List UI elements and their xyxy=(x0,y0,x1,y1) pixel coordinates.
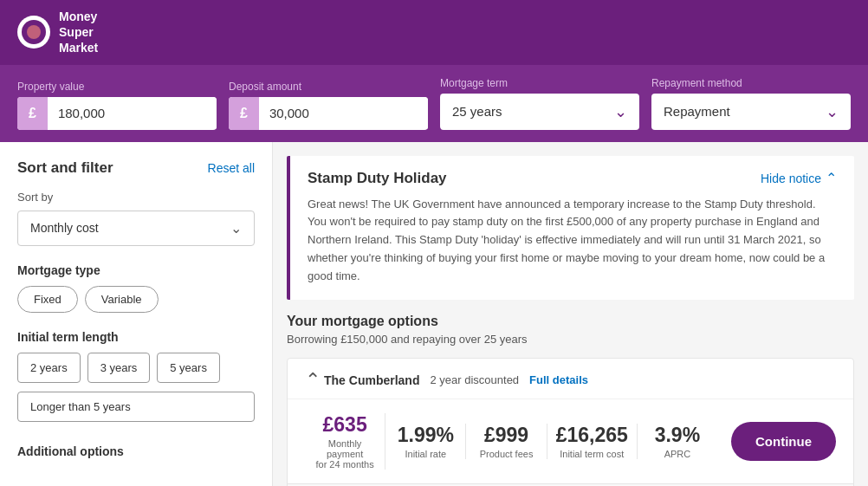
monthly-payment-sub: for 24 months xyxy=(314,459,376,470)
mortgage-term-field: Mortgage term 25 years ⌄ xyxy=(440,77,639,130)
logo-icon xyxy=(17,16,50,49)
card-header: ⌃ The Cumberland 2 year discounted Full … xyxy=(288,359,853,399)
term-2yr-button[interactable]: 2 years xyxy=(17,353,81,383)
term-length-label: Initial term length xyxy=(17,330,255,344)
initial-rate-value: 1.99% xyxy=(394,424,457,447)
mortgage-type-section: Mortgage type Fixed Variable xyxy=(17,263,255,313)
header: Money Super Market xyxy=(0,0,868,65)
deposit-label: Deposit amount xyxy=(229,81,428,93)
logo: Money Super Market xyxy=(17,9,98,56)
property-value-input[interactable] xyxy=(48,97,217,129)
property-value-label: Property value xyxy=(17,81,217,93)
repayment-dropdown[interactable]: Repayment ⌄ xyxy=(651,94,851,130)
sort-by-section: Sort by Monthly cost ⌄ xyxy=(17,191,255,246)
property-value-field: Property value £ xyxy=(17,81,217,130)
longer-term-button[interactable]: Longer than 5 years xyxy=(17,392,255,422)
chevron-up-icon: ⌃ xyxy=(826,170,837,186)
mortgage-options-title: Your mortgage options xyxy=(287,314,854,329)
mortgage-options-subtitle: Borrowing £150,000 and repaying over 25 … xyxy=(287,333,854,346)
repayment-field: Repayment method Repayment ⌄ xyxy=(651,77,851,130)
mortgage-term-value: 25 years xyxy=(452,104,502,119)
aprc-label: APRC xyxy=(646,449,709,459)
variable-button[interactable]: Variable xyxy=(85,286,159,313)
full-details-link[interactable]: Full details xyxy=(529,373,588,386)
chevron-down-icon: ⌄ xyxy=(614,102,627,121)
search-bar: Property value £ Deposit amount £ Mortga… xyxy=(0,65,868,142)
hide-notice-label: Hide notice xyxy=(761,172,821,185)
mortgage-term-label: Mortgage term xyxy=(440,77,639,89)
product-fees-value: £999 xyxy=(475,424,537,447)
stamp-duty-notice: Stamp Duty Holiday Hide notice ⌃ Great n… xyxy=(287,156,854,300)
term-3yr-button[interactable]: 3 years xyxy=(87,353,151,383)
continue-button[interactable]: Continue xyxy=(731,422,836,461)
product-fees-stat: £999 Product fees xyxy=(466,424,547,459)
hide-notice-button[interactable]: Hide notice ⌃ xyxy=(761,170,837,186)
deposit-field: Deposit amount £ xyxy=(229,81,428,130)
repayment-value: Repayment xyxy=(664,104,730,119)
term-5yr-button[interactable]: 5 years xyxy=(157,353,220,383)
chevron-down-icon-3: ⌄ xyxy=(230,220,242,237)
aprc-value: 3.9% xyxy=(646,424,709,447)
monthly-payment-value: £635 xyxy=(314,413,376,437)
main-layout: Sort and filter Reset all Sort by Monthl… xyxy=(0,142,868,486)
initial-rate-label: Initial rate xyxy=(394,449,457,459)
additional-options-label: Additional options xyxy=(17,444,255,458)
initial-term-cost-stat: £16,265 Initial term cost xyxy=(547,424,638,459)
logo-text: Money Super Market xyxy=(59,9,98,56)
initial-rate-stat: 1.99% Initial rate xyxy=(385,424,466,459)
mortgage-term-dropdown[interactable]: 25 years ⌄ xyxy=(440,94,639,130)
chevron-down-icon-2: ⌄ xyxy=(826,102,839,121)
stamp-duty-title: Stamp Duty Holiday xyxy=(308,170,447,187)
deposit-input[interactable] xyxy=(259,97,428,129)
product-fees-label: Product fees xyxy=(475,449,537,459)
lender-name: The Cumberland xyxy=(324,373,419,387)
initial-term-cost-value: £16,265 xyxy=(556,424,628,447)
lender-logo: ⌃ The Cumberland xyxy=(305,371,419,390)
sidebar: Sort and filter Reset all Sort by Monthl… xyxy=(0,142,273,486)
deal-type: 2 year discounted xyxy=(430,373,519,386)
initial-term-cost-label: Initial term cost xyxy=(556,449,628,459)
repayment-label: Repayment method xyxy=(651,77,851,89)
stamp-duty-text: Great news! The UK Government have annou… xyxy=(308,196,837,286)
mortgage-options: Your mortgage options Borrowing £150,000… xyxy=(287,314,854,486)
main-content: Stamp Duty Holiday Hide notice ⌃ Great n… xyxy=(273,142,868,486)
currency-symbol-2: £ xyxy=(229,97,259,130)
term-length-section: Initial term length 2 years 3 years 5 ye… xyxy=(17,330,255,436)
additional-options-section: Additional options xyxy=(17,444,255,458)
monthly-payment-label: Monthly payment xyxy=(314,438,376,459)
monthly-payment-stat: £635 Monthly payment for 24 months xyxy=(305,413,385,470)
rep-example: Representative example: a repayment mort… xyxy=(288,483,853,486)
sort-by-label: Sort by xyxy=(17,191,255,204)
lender-roof-icon: ⌃ xyxy=(305,371,321,390)
card-body: £635 Monthly payment for 24 months 1.99%… xyxy=(288,399,853,483)
fixed-button[interactable]: Fixed xyxy=(17,286,78,313)
currency-symbol-1: £ xyxy=(17,97,48,130)
sort-by-value: Monthly cost xyxy=(30,221,99,235)
mortgage-card: ⌃ The Cumberland 2 year discounted Full … xyxy=(287,358,854,486)
aprc-stat: 3.9% APRC xyxy=(638,424,717,459)
mortgage-type-label: Mortgage type xyxy=(17,263,255,277)
sidebar-title: Sort and filter xyxy=(17,159,113,177)
sort-by-dropdown[interactable]: Monthly cost ⌄ xyxy=(17,211,255,246)
reset-all-button[interactable]: Reset all xyxy=(208,161,255,175)
